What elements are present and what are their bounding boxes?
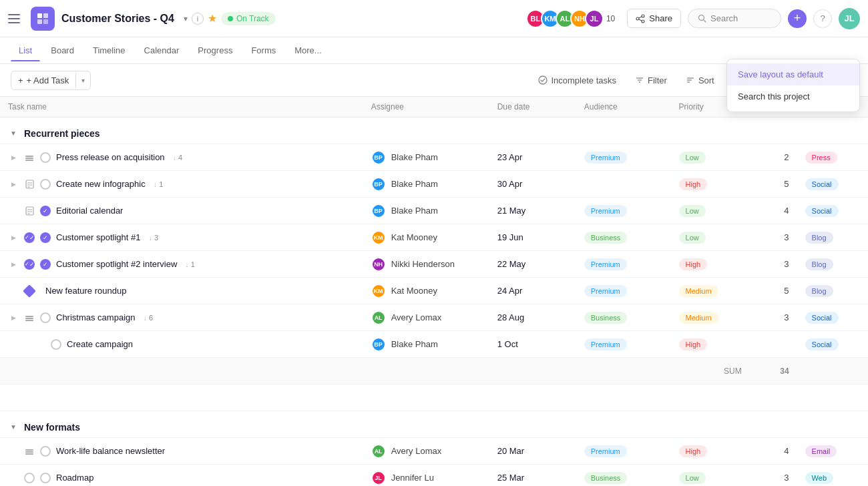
status-badge: On Track [221,12,276,25]
section-chevron-recurrent[interactable]: ▼ [8,128,19,139]
tag-badge: Web [805,472,833,484]
svg-rect-23 [25,160,33,161]
expand-button[interactable]: ▶ [8,152,19,163]
help-button[interactable]: ? [813,9,832,28]
expand-button[interactable]: ▶ [8,312,19,323]
svg-rect-32 [25,316,33,317]
task-name[interactable]: Work-life balance newsletter [56,446,165,456]
add-task-button[interactable]: + + Add Task ▾ [11,71,91,90]
title-chevron-icon[interactable]: ▾ [184,14,188,23]
sort-icon [686,75,695,85]
tab-more[interactable]: More... [286,40,329,61]
task-status-circle[interactable] [40,446,51,457]
subtask-count: ↓6 [144,314,154,322]
task-status-circle[interactable] [40,152,51,163]
task-name[interactable]: Editorial calendar [56,206,123,216]
svg-rect-22 [25,158,33,159]
add-task-main[interactable]: + + Add Task [11,71,75,89]
priority-badge: Low [679,472,706,484]
tab-list[interactable]: List [11,40,40,61]
audience-badge: Business [584,312,628,324]
th-audience: Audience [576,97,671,117]
priority-badge: High [679,258,708,270]
tab-board[interactable]: Board [43,40,82,61]
sort-button[interactable]: Sort [679,71,721,89]
audience-badge: Premium [584,445,627,457]
task-name[interactable]: Customer spotlight #1 [56,232,140,242]
section-new-formats: ▼ New formats [0,411,868,438]
priority-badge: High [679,338,708,350]
svg-point-6 [642,20,644,23]
hamburger-menu[interactable] [8,11,24,27]
svg-rect-36 [25,451,33,453]
svg-line-7 [639,17,642,18]
expand-button[interactable]: ▶ [8,179,19,190]
doc-icon [24,206,35,216]
filter-button[interactable]: Filter [628,71,674,89]
app-icon [31,7,55,31]
search-icon [698,14,706,23]
search-project-item[interactable]: Search this project [727,85,859,107]
avatar-group[interactable]: BL KM AL NH JL 10 [526,9,615,28]
audience-badge: Premium [584,258,627,270]
task-name[interactable]: Christmas campaign [56,312,136,322]
svg-rect-37 [25,453,33,455]
task-name[interactable]: Customer spotlight #2 interview [56,259,177,269]
add-button[interactable]: + [788,9,807,28]
task-status-circle[interactable] [40,259,51,270]
assignee-avatar: BP [371,150,386,165]
task-name[interactable]: Create new infographic [56,179,146,189]
info-icon[interactable]: i [192,13,204,25]
table-row: ▶ Work-life balance newsletter ALAvery L… [0,438,868,465]
th-task: Task name [0,97,363,117]
tasks-table: Task name Assignee Due date Audience Pri… [0,97,868,486]
task-name[interactable]: Create campaign [67,339,133,349]
subtask-count: ↓1 [154,180,164,188]
star-icon[interactable]: ★ [208,12,217,25]
tab-timeline[interactable]: Timeline [85,40,134,61]
table-row: ▶ Roadmap JLJennifer Lu 25 Mar Business … [0,465,868,487]
diamond-icon [24,286,35,296]
task-name[interactable]: New feature roundup [45,286,126,296]
task-status-circle[interactable] [40,179,51,190]
expand-button[interactable]: ▶ [8,232,19,243]
priority-badge: Low [679,205,706,217]
task-status-circle[interactable] [40,232,51,243]
tag-badge: Blog [805,258,833,270]
task-status-circle[interactable] [40,206,51,216]
audience-badge: Premium [584,152,627,164]
num-cell: 2 [750,144,797,171]
incomplete-tasks-button[interactable]: Incomplete tasks [531,71,623,89]
tab-calendar[interactable]: Calendar [136,40,188,61]
priority-badge: Low [679,232,706,244]
svg-line-8 [639,19,642,21]
task-status-circle[interactable] [40,473,51,483]
dropdown-menu: Save layout as default Search this proje… [726,59,860,112]
user-avatar[interactable]: JL [839,8,860,29]
stack-icon [24,446,35,457]
status-dot [228,16,233,21]
tab-progress[interactable]: Progress [190,40,240,61]
add-task-dropdown-icon[interactable]: ▾ [75,73,90,88]
section-chevron-new-formats[interactable]: ▼ [8,422,19,433]
tag-badge: Social [805,338,839,350]
task-status-circle[interactable] [51,339,61,350]
audience-badge: Premium [584,205,627,217]
subtask-count: ↓4 [173,154,183,162]
share-button[interactable]: Share [627,9,681,28]
search-box[interactable]: Search [688,9,781,28]
expand-button[interactable]: ▶ [8,259,19,270]
svg-rect-3 [43,19,48,24]
task-status-circle[interactable] [40,312,51,323]
assignee-name: Blake Pham [391,152,438,162]
sum-value: 34 [750,358,797,385]
stack-icon [24,152,35,163]
svg-line-10 [704,20,706,23]
tab-forms[interactable]: Forms [243,40,284,61]
svg-rect-2 [37,19,42,24]
save-layout-item[interactable]: Save layout as default [727,63,859,85]
task-name[interactable]: Press release on acquisition [56,152,165,162]
task-name[interactable]: Roadmap [56,473,93,483]
subtask-count: ↓3 [148,234,158,242]
audience-badge: Premium [584,338,627,350]
